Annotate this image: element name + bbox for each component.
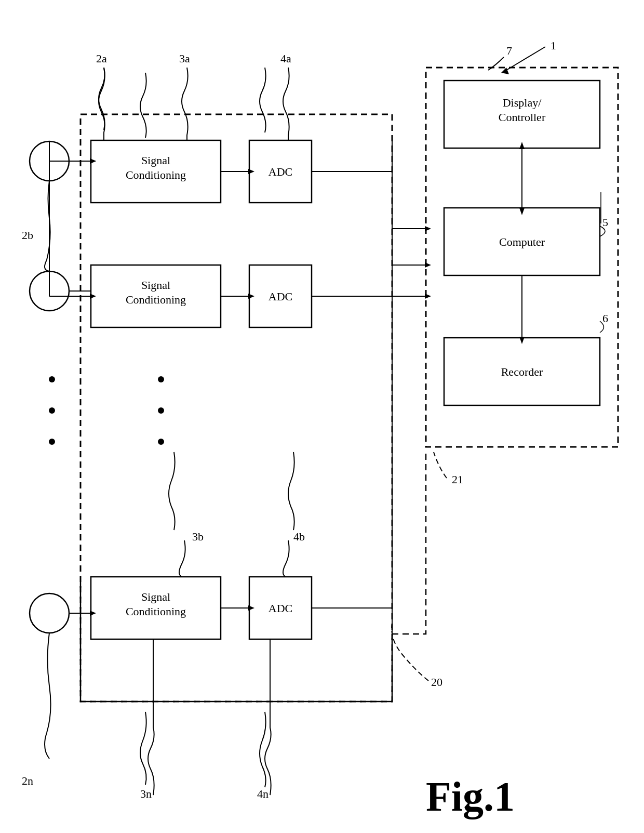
svg-point-49: [158, 376, 164, 382]
ref-4n: 4n: [257, 787, 269, 800]
ref-2a: 2a: [96, 52, 107, 65]
ref-7: 7: [506, 44, 512, 57]
display-label-2: Controller: [499, 111, 546, 124]
sc-label-top-2: Conditioning: [126, 168, 186, 181]
svg-point-4: [30, 593, 69, 633]
ref-5: 5: [602, 216, 608, 229]
ref-20: 20: [431, 676, 442, 689]
sc-label-bot-2: Conditioning: [126, 605, 186, 618]
svg-marker-37: [425, 262, 431, 268]
adc-label-top: ADC: [269, 165, 292, 178]
svg-point-50: [158, 407, 164, 414]
ref-2b: 2b: [22, 229, 33, 242]
svg-point-51: [158, 439, 164, 445]
sc-label-mid: Signal: [141, 279, 170, 292]
display-label: Display/: [503, 96, 542, 109]
ref-6: 6: [602, 312, 608, 325]
svg-point-47: [49, 407, 55, 414]
ref-4b: 4b: [293, 530, 305, 543]
ref-3a: 3a: [179, 52, 190, 65]
recorder-label: Recorder: [501, 365, 543, 378]
svg-marker-53: [501, 68, 509, 74]
sc-label-mid-2: Conditioning: [126, 293, 186, 306]
adc-label-mid: ADC: [269, 290, 292, 303]
ref-3n: 3n: [140, 787, 152, 800]
svg-marker-33: [425, 226, 431, 231]
svg-marker-35: [425, 294, 431, 299]
ref-3b: 3b: [192, 530, 204, 543]
ref-2n: 2n: [22, 774, 33, 787]
ref-4a: 4a: [280, 52, 291, 65]
fig-label: Fig.1: [426, 774, 515, 819]
svg-line-52: [506, 47, 545, 70]
ref-21: 21: [452, 473, 463, 486]
svg-point-46: [49, 376, 55, 382]
sc-label-bot: Signal: [141, 590, 170, 603]
adc-label-bot: ADC: [269, 602, 292, 615]
computer-label: Computer: [499, 235, 545, 248]
ref-1: 1: [551, 39, 556, 52]
sc-label-top: Signal: [141, 154, 170, 167]
svg-point-48: [49, 439, 55, 445]
